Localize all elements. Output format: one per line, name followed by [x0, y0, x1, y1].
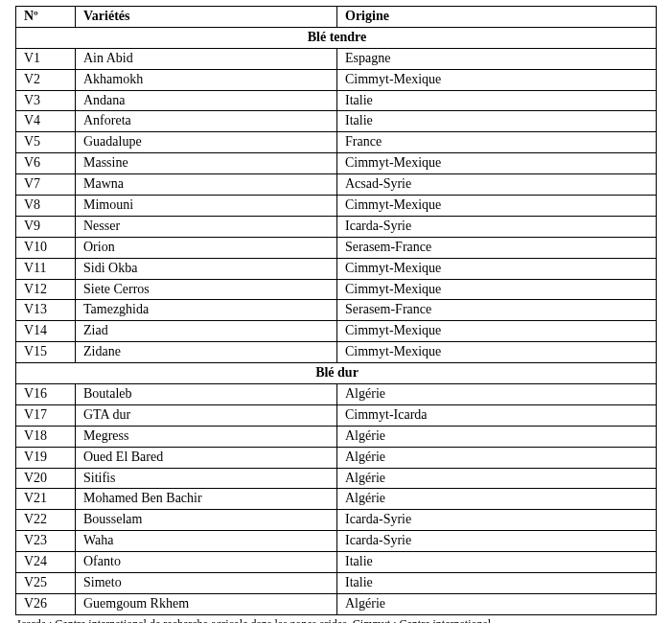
table-row: V21Mohamed Ben BachirAlgérie: [16, 489, 657, 510]
cell-variety: Zidane: [76, 342, 337, 363]
cell-origin: Algérie: [337, 426, 657, 447]
cell-variety: GTA dur: [76, 404, 337, 426]
cell-variety: Oued El Bared: [76, 447, 337, 468]
table-row: V16BoutalebAlgérie: [16, 384, 657, 405]
cell-origin: Cimmyt-Mexique: [337, 258, 657, 279]
cell-origin: Italie: [337, 552, 657, 573]
cell-variety: Andana: [76, 90, 337, 111]
table-row: V6MassineCimmyt-Mexique: [16, 153, 657, 174]
table-row: V14ZiadCimmyt-Mexique: [16, 321, 657, 342]
cell-num: V23: [16, 531, 76, 552]
table-row: V19Oued El BaredAlgérie: [16, 447, 657, 468]
cell-variety: Mawna: [76, 174, 337, 196]
col-header-num: Nº: [16, 7, 76, 28]
table-row: V7MawnaAcsad-Syrie: [16, 174, 657, 196]
table-row: V13TamezghidaSerasem-France: [16, 300, 657, 321]
table-body: Nº Variétés Origine Blé tendre V1Ain Abi…: [16, 7, 657, 615]
cell-origin: Algérie: [337, 468, 657, 489]
cell-variety: Sidi Okba: [76, 258, 337, 279]
cell-variety: Orion: [76, 237, 337, 258]
cell-origin: Cimmyt-Mexique: [337, 196, 657, 217]
cell-variety: Mimouni: [76, 196, 337, 217]
cell-num: V2: [16, 69, 76, 90]
cell-origin: Algérie: [337, 593, 657, 614]
table-row: V2AkhamokhCimmyt-Mexique: [16, 69, 657, 90]
cell-num: V14: [16, 321, 76, 342]
cell-num: V12: [16, 279, 76, 300]
table-row: V25SimetoItalie: [16, 573, 657, 594]
cell-num: V24: [16, 552, 76, 573]
cell-variety: Massine: [76, 153, 337, 174]
cell-variety: Sitifis: [76, 468, 337, 489]
cell-origin: Cimmyt-Mexique: [337, 342, 657, 363]
cell-num: V5: [16, 132, 76, 153]
cell-variety: Guadalupe: [76, 132, 337, 153]
cell-variety: Nesser: [76, 216, 337, 237]
table-row: V4AnforetaItalie: [16, 111, 657, 132]
table-row: V23WahaIcarda-Syrie: [16, 531, 657, 552]
table-row: V8MimouniCimmyt-Mexique: [16, 196, 657, 217]
cell-num: V3: [16, 90, 76, 111]
cell-origin: Italie: [337, 111, 657, 132]
table-row: V26Guemgoum RkhemAlgérie: [16, 593, 657, 614]
cell-num: V16: [16, 384, 76, 405]
cell-num: V18: [16, 426, 76, 447]
cell-num: V15: [16, 342, 76, 363]
table-header-row: Nº Variétés Origine: [16, 7, 657, 28]
cell-variety: Ofanto: [76, 552, 337, 573]
varieties-table: Nº Variétés Origine Blé tendre V1Ain Abi…: [15, 6, 657, 615]
cell-num: V20: [16, 468, 76, 489]
section-label: Blé dur: [16, 363, 657, 384]
cell-origin: Serasem-France: [337, 300, 657, 321]
cell-origin: Icarda-Syrie: [337, 216, 657, 237]
table-row: V18MegressAlgérie: [16, 426, 657, 447]
cell-num: V4: [16, 111, 76, 132]
cell-num: V11: [16, 258, 76, 279]
cell-num: V9: [16, 216, 76, 237]
cell-variety: Guemgoum Rkhem: [76, 593, 337, 614]
section-ble-dur: Blé dur: [16, 363, 657, 384]
section-label: Blé tendre: [16, 27, 657, 48]
cell-variety: Boutaleb: [76, 384, 337, 405]
col-header-variety: Variétés: [76, 7, 337, 28]
cell-num: V17: [16, 404, 76, 426]
cell-num: V7: [16, 174, 76, 196]
cell-variety: Bousselam: [76, 510, 337, 531]
cell-variety: Tamezghida: [76, 300, 337, 321]
cell-origin: Serasem-France: [337, 237, 657, 258]
cell-num: V26: [16, 593, 76, 614]
cell-num: V8: [16, 196, 76, 217]
cell-variety: Simeto: [76, 573, 337, 594]
cell-origin: Acsad-Syrie: [337, 174, 657, 196]
table-row: V5GuadalupeFrance: [16, 132, 657, 153]
table-row: V22BousselamIcarda-Syrie: [16, 510, 657, 531]
cell-origin: Cimmyt-Mexique: [337, 69, 657, 90]
cell-variety: Ziad: [76, 321, 337, 342]
table-row: V24OfantoItalie: [16, 552, 657, 573]
cell-origin: Cimmyt-Mexique: [337, 153, 657, 174]
cell-num: V25: [16, 573, 76, 594]
cell-origin: Algérie: [337, 384, 657, 405]
cell-variety: Siete Cerros: [76, 279, 337, 300]
table-row: V20SitifisAlgérie: [16, 468, 657, 489]
table-row: V1Ain AbidEspagne: [16, 48, 657, 69]
page: Nº Variétés Origine Blé tendre V1Ain Abi…: [0, 0, 672, 623]
col-header-origin: Origine: [337, 7, 657, 28]
cell-origin: Icarda-Syrie: [337, 531, 657, 552]
cell-variety: Ain Abid: [76, 48, 337, 69]
cell-num: V10: [16, 237, 76, 258]
cell-num: V19: [16, 447, 76, 468]
cell-origin: Italie: [337, 573, 657, 594]
cell-origin: Cimmyt-Mexique: [337, 279, 657, 300]
cell-num: V13: [16, 300, 76, 321]
cell-origin: Cimmyt-Icarda: [337, 404, 657, 426]
cell-num: V1: [16, 48, 76, 69]
table-row: V10OrionSerasem-France: [16, 237, 657, 258]
table-row: V11Sidi OkbaCimmyt-Mexique: [16, 258, 657, 279]
cell-origin: Espagne: [337, 48, 657, 69]
cell-variety: Akhamokh: [76, 69, 337, 90]
cell-origin: Cimmyt-Mexique: [337, 321, 657, 342]
table-row: V3AndanaItalie: [16, 90, 657, 111]
cell-variety: Waha: [76, 531, 337, 552]
cell-variety: Megress: [76, 426, 337, 447]
